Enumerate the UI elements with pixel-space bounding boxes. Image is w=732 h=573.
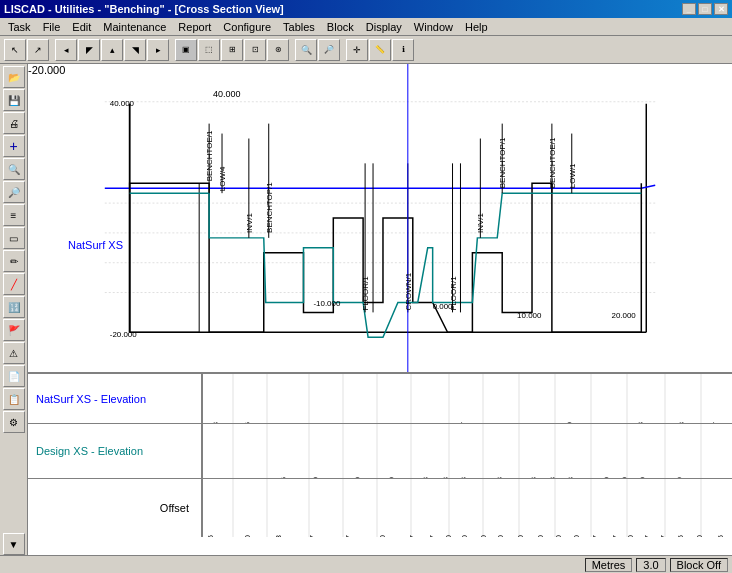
tool-add[interactable]: + [3,135,25,157]
tool-cross[interactable]: ✛ [346,39,368,61]
svg-text:20.526: 20.526 [716,534,725,537]
tool-pan-left[interactable]: ◂ [55,39,77,61]
tool-layer[interactable]: ≡ [3,204,25,226]
menu-block[interactable]: Block [321,18,360,35]
tool-pan-up-left[interactable]: ◤ [78,39,100,61]
cross-section-view[interactable]: 40.000 -20.000 NatSurf XS 200.000 [28,64,732,374]
tool-line[interactable]: ╱ [3,273,25,295]
svg-text:38.160: 38.160 [311,476,320,478]
svg-text:BENCHTOE/1: BENCHTOE/1 [205,130,214,181]
svg-text:5.000: 5.000 [536,534,545,537]
tool-save[interactable]: 💾 [3,89,25,111]
tool-cursor[interactable]: ↖ [4,39,26,61]
svg-text:7.877: 7.877 [611,534,620,537]
toolbar: ↖ ↗ ◂ ◤ ▴ ◥ ▸ ▣ ⬚ ⊞ ⊡ ⊛ 🔍 🔎 ✛ 📏 ℹ [0,36,732,64]
tool-zoom-out[interactable]: 🔎 [318,39,340,61]
svg-text:20.000: 20.000 [695,534,704,537]
tool-bottom[interactable]: ▼ [3,533,25,555]
tool-calc[interactable]: 🔢 [3,296,25,318]
menu-task[interactable]: Task [2,18,37,35]
title-bar-buttons: _ □ ✕ [682,3,728,15]
tool-select4[interactable]: ⊡ [244,39,266,61]
menu-help[interactable]: Help [459,18,494,35]
svg-text:-13.613: -13.613 [274,534,283,537]
svg-text:0.000: 0.000 [433,302,453,311]
tool-select-rect[interactable]: ▣ [175,39,197,61]
tool-layers[interactable]: 📋 [3,388,25,410]
svg-text:-5.000: -5.000 [479,534,488,537]
main-layout: 📂 💾 🖨 + 🔍 🔎 ≡ ▭ ✏ ╱ 🔢 🚩 ⚠ 📄 📋 ⚙ ▼ 40.000… [0,64,732,555]
menu-display[interactable]: Display [360,18,408,35]
svg-text:12.877: 12.877 [659,534,668,537]
svg-text:13.606: 13.606 [676,534,685,537]
svg-text:INV/1: INV/1 [245,212,254,232]
svg-text:-5.000: -5.000 [496,534,505,537]
svg-text:10.000: 10.000 [517,311,542,320]
svg-text:39.188: 39.188 [677,421,686,423]
svg-text:-5.600: -5.600 [444,534,453,537]
tool-report[interactable]: 📄 [3,365,25,387]
menu-tables[interactable]: Tables [277,18,321,35]
offset-label: Offset [28,479,203,537]
menu-file[interactable]: File [37,18,67,35]
svg-text:FLOOR/1: FLOOR/1 [361,276,370,311]
tool-pan-up-right[interactable]: ◥ [124,39,146,61]
svg-text:35.883: 35.883 [421,476,430,478]
svg-text:35.883: 35.883 [566,476,575,478]
svg-text:0.000: 0.000 [516,534,525,537]
svg-text:40.000: 40.000 [110,99,135,108]
menu-window[interactable]: Window [408,18,459,35]
tool-settings[interactable]: ⚙ [3,411,25,433]
svg-text:5.600: 5.600 [572,534,581,537]
scale-label: 3.0 [643,559,658,571]
svg-text:36.033: 36.033 [495,476,504,478]
tool-info[interactable]: ℹ [392,39,414,61]
units-label: Metres [592,559,626,571]
maximize-button[interactable]: □ [698,3,712,15]
tool-pen[interactable]: ✏ [3,250,25,272]
tool-search2[interactable]: 🔎 [3,181,25,203]
svg-text:-10.000: -10.000 [378,534,387,537]
tool-flag[interactable]: 🚩 [3,319,25,341]
tool-select3[interactable]: ⊞ [221,39,243,61]
svg-text:-5.300: -5.300 [460,534,469,537]
tool-measure[interactable]: 📏 [369,39,391,61]
svg-text:38.907: 38.907 [459,421,468,423]
tool-select5[interactable]: ⊛ [267,39,289,61]
svg-text:39.028: 39.028 [636,421,645,423]
svg-text:35.883: 35.883 [459,476,468,478]
menu-edit[interactable]: Edit [66,18,97,35]
svg-text:20.000: 20.000 [611,311,636,320]
svg-text:38.160: 38.160 [602,476,611,478]
content-area: 40.000 -20.000 NatSurf XS 200.000 [28,64,732,555]
title-bar: LISCAD - Utilities - "Benching" - [Cross… [0,0,732,18]
svg-text:38.875: 38.875 [243,421,252,423]
tool-print[interactable]: 🖨 [3,112,25,134]
tool-rect[interactable]: ▭ [3,227,25,249]
status-bar: Metres 3.0 Block Off [0,555,732,573]
tool-open[interactable]: 📂 [3,66,25,88]
tool-pan-right[interactable]: ▸ [147,39,169,61]
menu-report[interactable]: Report [172,18,217,35]
data-table: NatSurf XS - Elevation [28,374,732,555]
tool-zoom-in[interactable]: 🔍 [295,39,317,61]
menu-configure[interactable]: Configure [217,18,277,35]
svg-text:BENCHTOP/1: BENCHTOP/1 [265,182,274,233]
natsurf-elevation-label: NatSurf XS - Elevation [28,374,203,423]
svg-text:39.089: 39.089 [675,476,684,478]
svg-text:LOW/4: LOW/4 [218,166,227,191]
minimize-button[interactable]: _ [682,3,696,15]
tool-alert[interactable]: ⚠ [3,342,25,364]
svg-text:-10.000: -10.000 [313,299,341,308]
menu-maintenance[interactable]: Maintenance [97,18,172,35]
block-panel: Block Off [670,558,728,572]
svg-text:-10.377: -10.377 [344,534,353,537]
tool-pan-up[interactable]: ▴ [101,39,123,61]
menu-bar: Task File Edit Maintenance Report Config… [0,18,732,36]
svg-text:BENCHTOE/1: BENCHTOE/1 [548,137,557,188]
tool-arrow[interactable]: ↗ [27,39,49,61]
block-label: Block Off [677,559,721,571]
tool-select2[interactable]: ⬚ [198,39,220,61]
tool-search[interactable]: 🔍 [3,158,25,180]
close-button[interactable]: ✕ [714,3,728,15]
